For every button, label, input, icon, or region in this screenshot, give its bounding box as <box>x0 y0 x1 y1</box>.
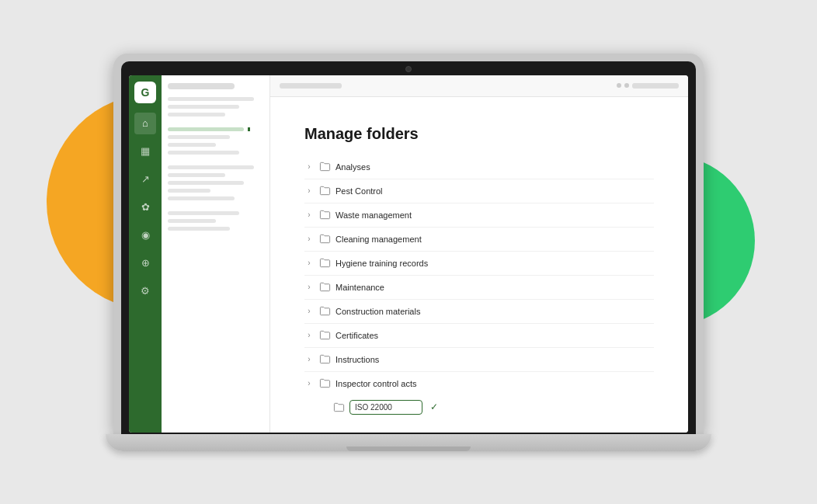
screen-content: G ⌂ ▦ ↗ ✿ ◉ ⊕ ⚙ <box>129 75 688 433</box>
folder-icon <box>318 257 331 269</box>
chevron-icon: › <box>304 379 314 388</box>
laptop: G ⌂ ▦ ↗ ✿ ◉ ⊕ ⚙ <box>113 54 704 451</box>
skeleton-line <box>168 113 225 116</box>
skeleton-line <box>168 219 216 223</box>
folder-name: Maintenance <box>335 283 384 292</box>
folder-name: Hygiene training records <box>335 259 428 268</box>
folder-name: Cleaning management <box>335 235 422 244</box>
dot-1 <box>617 83 621 88</box>
folder-icon <box>318 161 331 173</box>
chevron-icon: › <box>304 283 314 292</box>
skeleton-line <box>168 173 225 177</box>
skeleton-group-4 <box>168 211 263 231</box>
skeleton-line <box>168 165 254 169</box>
sidebar-item-grid[interactable]: ▦ <box>134 141 156 162</box>
content-area: Manage folders › Analyses <box>289 113 669 432</box>
folder-name: Inspector control acts <box>335 379 417 388</box>
skeleton-line <box>168 97 254 101</box>
breadcrumb-skeleton <box>280 83 342 89</box>
laptop-bezel: G ⌂ ▦ ↗ ✿ ◉ ⊕ ⚙ <box>121 61 696 434</box>
folder-name: Analyses <box>335 162 370 172</box>
left-panel <box>162 75 270 433</box>
chevron-icon: › <box>304 186 314 196</box>
folder-item[interactable]: › Construction materials <box>304 300 654 324</box>
chevron-icon: › <box>304 331 314 340</box>
app-sidebar: G ⌂ ▦ ↗ ✿ ◉ ⊕ ⚙ <box>129 75 162 433</box>
chevron-icon: › <box>304 355 314 364</box>
skeleton-line <box>168 189 210 193</box>
sidebar-item-chart[interactable]: ↗ <box>134 169 156 190</box>
skeleton-line <box>168 211 239 215</box>
skeleton-line <box>168 105 239 109</box>
logo-text: G <box>141 86 150 99</box>
laptop-screen-outer: G ⌂ ▦ ↗ ✿ ◉ ⊕ ⚙ <box>113 54 704 434</box>
folder-icon <box>318 353 331 366</box>
main-content: Manage folders › Analyses <box>270 75 688 433</box>
folder-icon <box>318 305 331 318</box>
sidebar-item-globe[interactable]: ⊕ <box>134 252 156 274</box>
sidebar-item-settings[interactable]: ⚙ <box>134 280 156 302</box>
folder-item-instructions[interactable]: › Instructions <box>304 348 654 372</box>
folder-item[interactable]: › Analyses <box>304 155 654 179</box>
chevron-icon: › <box>304 210 314 220</box>
subfolder-input-row: ✓ <box>304 395 654 419</box>
subfolder-folder-icon <box>332 401 345 413</box>
folder-item[interactable]: › Maintenance <box>304 276 654 300</box>
dot-2 <box>624 83 629 88</box>
folder-item[interactable]: › Certificates <box>304 324 654 348</box>
folder-name-input-wrapper[interactable] <box>349 400 422 415</box>
sidebar-logo: G <box>134 82 156 103</box>
folder-name-input[interactable] <box>355 403 417 412</box>
skeleton-line <box>168 151 239 155</box>
options-pill <box>632 83 679 89</box>
skeleton-line-active[interactable] <box>168 127 244 131</box>
folder-icon <box>318 281 331 294</box>
skeleton-line <box>168 135 230 139</box>
sidebar-item-home[interactable]: ⌂ <box>134 113 156 134</box>
page-title: Manage folders <box>304 125 654 143</box>
folder-name: Construction materials <box>335 307 420 316</box>
confirm-check-icon[interactable]: ✓ <box>430 401 438 412</box>
folder-item[interactable]: › Waste management <box>304 203 654 228</box>
skeleton-line <box>168 227 230 231</box>
skeleton-group-3 <box>168 165 263 200</box>
skeleton-group-1 <box>168 97 263 116</box>
chevron-icon: › <box>304 162 314 172</box>
sidebar-item-leaf[interactable]: ✿ <box>134 196 156 218</box>
skeleton-line <box>168 181 244 185</box>
top-bar-actions <box>617 83 679 89</box>
panel-header-skeleton <box>168 83 235 89</box>
folder-icon <box>318 185 331 197</box>
folder-icon <box>318 233 331 245</box>
folder-name: Certificates <box>335 331 378 340</box>
folder-item[interactable]: › Cleaning management <box>304 228 654 252</box>
folder-name: Waste management <box>335 210 412 220</box>
camera <box>405 66 412 72</box>
chevron-icon: › <box>304 307 314 316</box>
laptop-base <box>106 434 711 451</box>
skeleton-line <box>168 196 235 200</box>
folder-name: Instructions <box>335 355 379 364</box>
folder-icon <box>318 209 331 221</box>
folder-icon <box>318 377 331 390</box>
folder-item[interactable]: › Hygiene training records <box>304 252 654 276</box>
scene: G ⌂ ▦ ↗ ✿ ◉ ⊕ ⚙ <box>0 0 817 504</box>
folder-icon <box>318 329 331 342</box>
folder-item-inspector[interactable]: › Inspector control acts <box>304 372 654 395</box>
chevron-icon: › <box>304 235 314 244</box>
sidebar-item-user[interactable]: ◉ <box>134 224 156 246</box>
top-bar <box>270 75 688 97</box>
folder-name: Pest Control <box>335 186 383 196</box>
skeleton-line <box>168 143 216 147</box>
folder-list: › Analyses › <box>304 155 654 395</box>
chevron-icon: › <box>304 259 314 268</box>
folder-item[interactable]: › Pest Control <box>304 179 654 203</box>
skeleton-group-2 <box>168 127 263 155</box>
